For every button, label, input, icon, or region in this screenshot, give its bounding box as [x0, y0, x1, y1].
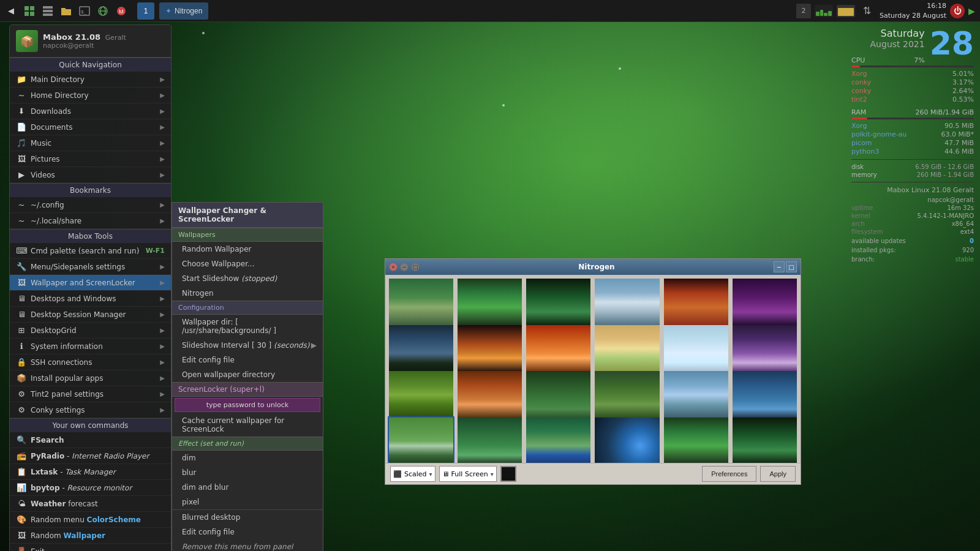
- wallpaper-thumb-2[interactable]: [456, 277, 523, 328]
- ctx-start-slideshow[interactable]: Start Slideshow (stopped): [172, 271, 323, 286]
- taskbar-arrows-btn[interactable]: ⇅: [859, 2, 876, 20]
- taskbar-grid-btn[interactable]: [21, 2, 38, 20]
- ctx-nitrogen[interactable]: Nitrogen: [172, 286, 323, 301]
- wallpaper-thumb-6[interactable]: [731, 277, 798, 328]
- sidebar-item-fsearch[interactable]: 🔍 FSearch: [10, 432, 171, 448]
- sidebar-label-tint2: Tint2 panel settings: [31, 390, 160, 399]
- ctx-effect-dim[interactable]: dim: [172, 451, 323, 465]
- ctx-choose-wallpaper[interactable]: Choose Wallpaper...: [172, 257, 323, 271]
- taskbar-globe-btn[interactable]: [94, 2, 111, 20]
- wallpaper-thumb-1[interactable]: [388, 277, 454, 328]
- sidebar-item-pictures[interactable]: 🖼 Pictures ▶: [10, 151, 171, 167]
- ctx-edit-config-2[interactable]: Edit config file: [172, 525, 323, 539]
- wallpaper-thumb-4[interactable]: [594, 277, 660, 328]
- ram-bar-fill: [851, 118, 867, 119]
- ctx-remove-menu[interactable]: Remove this menu from panel: [172, 539, 323, 551]
- taskbar-app-btn[interactable]: M: [113, 2, 130, 20]
- sidebar-item-desktops[interactable]: 🖥 Desktops and Windows ▶: [10, 291, 171, 307]
- sidebar-item-documents[interactable]: 📄 Documents ▶: [10, 119, 171, 135]
- win-ctrl-maximize-btn[interactable]: □: [786, 261, 797, 272]
- workspace-1-btn[interactable]: 1: [137, 2, 154, 20]
- ctx-slideshow-interval[interactable]: Slideshow Interval [ 30 ] (seconds) ▶: [172, 338, 323, 353]
- wallpaper-thumb-3[interactable]: [525, 277, 592, 328]
- wallpaper-thumb-12[interactable]: [731, 324, 798, 374]
- nitrogen-scale-select[interactable]: ⬛ Scaled ▾: [390, 466, 435, 482]
- app-nitrogen-btn[interactable]: ✦ Nitrogen: [159, 2, 208, 20]
- sidebar-item-menu-settings[interactable]: 🔧 Menu/Sidepanels settings ▶: [10, 259, 171, 275]
- ctx-blurred-desktop[interactable]: Blurred desktop: [172, 510, 323, 525]
- wallpaper-thumb-24[interactable]: [731, 416, 798, 463]
- wallpaper-thumb-18[interactable]: [731, 370, 798, 420]
- clock-date: Saturday 28 August: [880, 11, 946, 20]
- sidebar-item-session[interactable]: 🖥 Desktop Session Manager ▶: [10, 307, 171, 323]
- ctx-random-wallpaper[interactable]: Random Wallpaper: [172, 242, 323, 257]
- sidebar-item-ssh[interactable]: 🔒 SSH connections ▶: [10, 354, 171, 370]
- sidebar-item-home-dir[interactable]: ~ Home Directory ▶: [10, 88, 171, 103]
- taskbar-terminal-btn[interactable]: $_: [76, 2, 93, 20]
- nitrogen-preferences-btn[interactable]: Preferences: [702, 466, 756, 482]
- wallpaper-thumb-23[interactable]: [663, 416, 729, 463]
- wallpaper-thumb-5[interactable]: [663, 277, 729, 328]
- ram-proc-xorg: Xorg 90.5 MiB: [851, 122, 974, 130]
- wallpaper-thumb-11[interactable]: [663, 324, 729, 374]
- wallpaper-thumb-14[interactable]: [456, 370, 523, 420]
- wallpaper-thumb-15[interactable]: [525, 370, 592, 420]
- wallpaper-thumb-8[interactable]: [456, 324, 523, 374]
- sidebar-item-exit[interactable]: 🚪 Exit...: [10, 544, 171, 551]
- sidebar-item-pyradio[interactable]: 📻 PyRadio - Internet Radio Player: [10, 448, 171, 464]
- sidebar-item-random-wallpaper[interactable]: 🖼 Random Wallpaper: [10, 528, 171, 544]
- ctx-effect-pixel[interactable]: pixel: [172, 495, 323, 509]
- workspace-2-btn[interactable]: 2: [796, 4, 811, 18]
- win-close-btn[interactable]: ×: [389, 263, 398, 271]
- win-ctrl-restore-btn[interactable]: −: [774, 261, 785, 272]
- sidebar-item-bpytop[interactable]: 📊 bpytop - Resource monitor: [10, 480, 171, 496]
- sidebar-item-desktopgrid[interactable]: ⊞ DesktopGrid ▶: [10, 323, 171, 339]
- sidebar-item-videos[interactable]: ▶ Videos ▶: [10, 167, 171, 183]
- wallpaper-thumb-21[interactable]: [525, 416, 592, 463]
- wallpaper-thumb-7[interactable]: [388, 324, 454, 374]
- wallpaper-thumb-16[interactable]: [594, 370, 660, 420]
- win-minimize-btn[interactable]: −: [400, 263, 409, 271]
- sidebar-item-sysinfo[interactable]: ℹ System information ▶: [10, 339, 171, 354]
- wallpaper-thumb-13[interactable]: [388, 370, 454, 420]
- sidebar-item-lxtask[interactable]: 📋 Lxtask - Task Manager: [10, 464, 171, 480]
- sidebar-item-wallpaper[interactable]: 🖼 Wallpaper and ScreenLocker ▶: [10, 275, 171, 291]
- wallpaper-thumb-9[interactable]: [525, 324, 592, 374]
- sidebar-item-random-menu[interactable]: 🎨 Random menu ColorScheme: [10, 512, 171, 528]
- taskbar-folder-btn[interactable]: [58, 2, 75, 20]
- cpu-mini-chart: [815, 5, 833, 17]
- power-btn[interactable]: ⏻: [950, 4, 965, 18]
- sidebar-label-exit: Exit...: [31, 547, 165, 552]
- taskbar-layout-btn[interactable]: [39, 2, 56, 20]
- updates-row: available updates 0: [851, 238, 974, 244]
- wallpaper-thumb-10[interactable]: [594, 324, 660, 374]
- ram-section: RAM 260 MiB/1.94 GiB Xorg 90.5 MiB polki…: [851, 108, 974, 156]
- sidebar-item-weather[interactable]: 🌤 Weather forecast: [10, 496, 171, 512]
- sidebar-item-downloads[interactable]: ⬇ Downloads ▶: [10, 103, 171, 119]
- sidebar-item-cmd-palette[interactable]: ⌨ Cmd palette (search and run) W-F1: [10, 243, 171, 259]
- sidebar-item-conky[interactable]: ⚙ Conky settings ▶: [10, 402, 171, 418]
- nitrogen-display-select[interactable]: 🖥 Full Screen ▾: [439, 466, 497, 482]
- wallpaper-thumb-22[interactable]: [594, 416, 660, 463]
- sidebar-item-music[interactable]: 🎵 Music ▶: [10, 135, 171, 151]
- ctx-cache-wallpaper[interactable]: Cache current wallpaper for ScreenLock: [172, 413, 323, 437]
- sidebar-item-install-apps[interactable]: 📦 Install popular apps ▶: [10, 370, 171, 386]
- ctx-effect-dim-blur[interactable]: dim and blur: [172, 480, 323, 495]
- sidebar-item-config[interactable]: ~ ~/.config ▶: [10, 197, 171, 213]
- play-btn[interactable]: ▶: [968, 6, 975, 16]
- nitrogen-apply-btn[interactable]: Apply: [760, 466, 796, 482]
- nitrogen-color-picker[interactable]: [500, 466, 516, 482]
- ctx-edit-config[interactable]: Edit config file: [172, 353, 323, 367]
- sidebar-item-main-dir[interactable]: 📁 Main Directory ▶: [10, 72, 171, 88]
- ctx-open-wallpaper-dir[interactable]: Open wallpaper directory: [172, 367, 323, 382]
- wallpaper-thumb-20[interactable]: [456, 416, 523, 463]
- wallpaper-thumb-19[interactable]: [388, 416, 454, 463]
- wallpaper-thumb-17[interactable]: [663, 370, 729, 420]
- sidebar-item-tint2[interactable]: ⚙ Tint2 panel settings ▶: [10, 386, 171, 402]
- ctx-wallpaper-dir[interactable]: Wallpaper dir: [ /usr/share/backgrounds/…: [172, 315, 323, 338]
- taskbar-back-btn[interactable]: ◀: [2, 2, 20, 20]
- sidebar-item-local-share[interactable]: ~ ~/.local/share ▶: [10, 213, 171, 229]
- win-maximize-btn[interactable]: □: [411, 263, 420, 271]
- ctx-effect-blur[interactable]: blur: [172, 465, 323, 480]
- updates-count: 0: [970, 238, 974, 244]
